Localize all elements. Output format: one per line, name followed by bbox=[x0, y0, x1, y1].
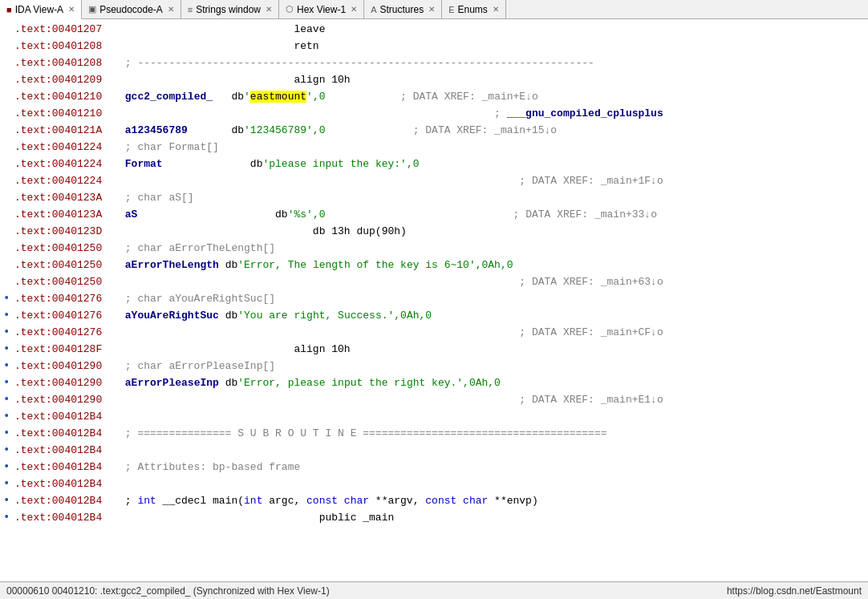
comment3: ; char Format[] bbox=[119, 140, 219, 156]
tab-strings-label: Strings window bbox=[196, 4, 261, 15]
dot-marker: • bbox=[3, 307, 14, 323]
padding11 bbox=[119, 257, 125, 273]
address: .text:00401276 bbox=[14, 291, 119, 307]
gnu-comment: ; ___gnu_compiled_cplusplus bbox=[494, 106, 663, 122]
code-area[interactable]: .text:00401207 leave .text:00401208 retn… bbox=[0, 19, 868, 581]
tab-hex-close[interactable]: ✕ bbox=[351, 5, 357, 14]
comment12: ; DATA XREF: _main+E1↓o bbox=[519, 392, 663, 408]
dot-marker bbox=[3, 105, 14, 121]
padding7 bbox=[163, 156, 250, 172]
db-mnemonic: db bbox=[231, 89, 244, 105]
tab-pseudocode-close[interactable]: ✕ bbox=[168, 5, 174, 14]
func-decl-comment: ; int __cdecl main(int argc, const char … bbox=[119, 493, 538, 509]
dot-marker: • bbox=[3, 459, 14, 475]
gcc2-label: gcc2_compiled_ bbox=[125, 89, 213, 105]
comment10: ; DATA XREF: _main+CF↓o bbox=[519, 325, 663, 341]
tab-enums[interactable]: E Enums ✕ bbox=[442, 0, 506, 18]
padding10 bbox=[119, 224, 313, 240]
spacer bbox=[119, 173, 519, 189]
spacer2 bbox=[119, 274, 519, 290]
padding6 bbox=[119, 156, 125, 172]
tab-ida-close[interactable]: ✕ bbox=[68, 5, 75, 14]
address: .text:004012B4 bbox=[14, 510, 119, 526]
code-line: .text:00401250 ; DATA XREF: _main+63↓o bbox=[0, 273, 868, 290]
aErrorPlease-label: aErrorPleaseInp bbox=[125, 375, 219, 391]
padding13 bbox=[119, 308, 125, 324]
padding bbox=[119, 72, 294, 88]
address: .text:00401224 bbox=[14, 173, 119, 189]
db6: db bbox=[225, 308, 238, 324]
tab-hex-label: Hex View-1 bbox=[297, 4, 346, 15]
padding bbox=[119, 22, 294, 38]
pseudocode-icon: ▣ bbox=[88, 4, 96, 14]
code-line: .text:00401207 leave bbox=[0, 21, 868, 38]
comment5: ; char aS[] bbox=[119, 190, 194, 206]
comment: ; DATA XREF: _main+E↓o bbox=[400, 89, 538, 105]
code-line: • .text:00401276 ; DATA XREF: _main+CF↓o bbox=[0, 324, 868, 341]
code-line: • .text:00401290 ; DATA XREF: _main+E1↓o bbox=[0, 391, 868, 408]
dot-marker: • bbox=[3, 290, 14, 306]
dot-marker bbox=[3, 240, 14, 256]
code-line: • .text:004012B4 bbox=[0, 476, 868, 492]
tab-pseudocode[interactable]: ▣ Pseudocode-A ✕ bbox=[82, 0, 181, 18]
tab-structures-close[interactable]: ✕ bbox=[428, 5, 435, 14]
youright-str: 'You are right, Success.',0Ah,0 bbox=[237, 308, 432, 324]
mnemonic: align 10h bbox=[294, 72, 350, 88]
code-line: • .text:004012B4 bbox=[0, 408, 868, 425]
align2: align 10h bbox=[294, 342, 350, 358]
tab-strings-close[interactable]: ✕ bbox=[266, 5, 272, 14]
tab-strings[interactable]: ≡ Strings window ✕ bbox=[181, 0, 279, 18]
dot-marker: • bbox=[3, 341, 14, 357]
dot-marker: • bbox=[3, 509, 14, 525]
format-str: 'please input the key:',0 bbox=[262, 156, 419, 172]
address: .text:0040123A bbox=[14, 190, 119, 206]
dot-marker bbox=[3, 257, 14, 273]
address: .text:00401250 bbox=[14, 274, 119, 290]
tab-pseudocode-label: Pseudocode-A bbox=[99, 4, 163, 15]
mnemonic: leave bbox=[294, 22, 325, 38]
dot-marker: • bbox=[3, 492, 14, 508]
code-line: .text:00401210 ; ___gnu_compiled_cpluspl… bbox=[0, 105, 868, 122]
padding8 bbox=[119, 207, 125, 223]
dup-instr: db 13h dup(90h) bbox=[313, 224, 407, 240]
error-len-str: 'Error, The length of the key is 6~10',0… bbox=[237, 257, 513, 273]
address: .text:00401250 bbox=[14, 257, 119, 273]
tab-structures[interactable]: A Structures ✕ bbox=[364, 0, 442, 18]
aS-label: aS bbox=[125, 207, 138, 223]
dot-marker bbox=[3, 139, 14, 155]
status-right: https://blog.csdn.net/Eastmount bbox=[727, 585, 862, 597]
dot-marker bbox=[3, 122, 14, 138]
dot-marker bbox=[3, 223, 14, 239]
code-line: • .text:004012B4 public _main bbox=[0, 509, 868, 526]
code-line: • .text:004012B4 bbox=[0, 442, 868, 459]
dot-marker bbox=[3, 88, 14, 104]
dot-marker bbox=[3, 71, 14, 87]
db4: db bbox=[275, 207, 288, 223]
address: .text:0040123A bbox=[14, 207, 119, 223]
tab-hex-view[interactable]: ⬡ Hex View-1 ✕ bbox=[279, 0, 364, 18]
padding4 bbox=[119, 123, 125, 139]
comment7: ; char aErrorTheLength[] bbox=[119, 241, 275, 257]
dot-marker bbox=[3, 38, 14, 54]
address: .text:004012B4 bbox=[14, 426, 119, 442]
padding15 bbox=[119, 342, 294, 358]
db3: db bbox=[250, 156, 263, 172]
dot-marker bbox=[3, 55, 14, 71]
separator: ; --------------------------------------… bbox=[119, 55, 594, 71]
address: .text:00401290 bbox=[14, 375, 119, 391]
tab-enums-close[interactable]: ✕ bbox=[493, 5, 499, 14]
address: .text:004012B4 bbox=[14, 476, 119, 492]
tab-ida-view[interactable]: ■ IDA View-A ✕ bbox=[0, 0, 82, 19]
comment9: ; char aYouAreRightSuc[] bbox=[119, 291, 275, 307]
code-line: .text:00401224 Format db 'please input t… bbox=[0, 156, 868, 172]
padding14 bbox=[219, 308, 225, 324]
address: .text:0040123D bbox=[14, 224, 119, 240]
code-line: .text:0040123D db 13h dup(90h) bbox=[0, 223, 868, 240]
comment4: ; DATA XREF: _main+1F↓o bbox=[519, 173, 663, 189]
dot-marker bbox=[3, 172, 14, 188]
code-line: .text:00401209 align 10h bbox=[0, 71, 868, 88]
address: .text:00401290 bbox=[14, 358, 119, 374]
comment2: ; DATA XREF: _main+15↓o bbox=[413, 123, 557, 139]
public-main: public _main bbox=[319, 510, 395, 526]
tab-structures-label: Structures bbox=[379, 4, 424, 15]
